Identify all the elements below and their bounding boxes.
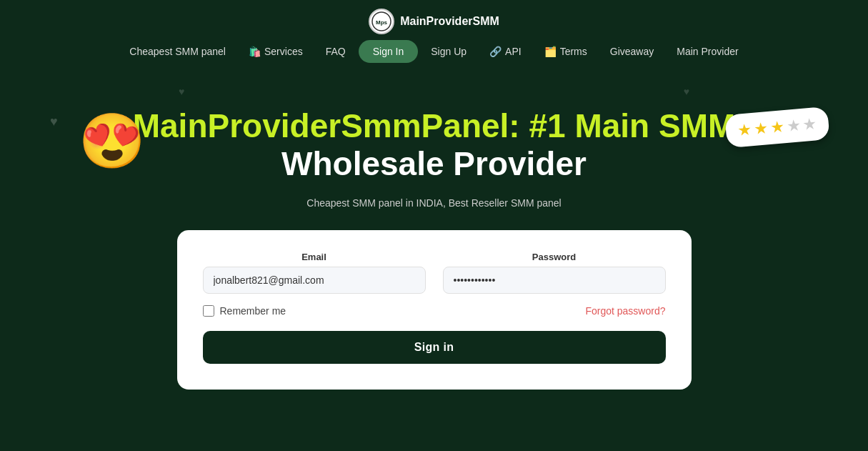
password-input[interactable] [443,267,666,294]
hero-title-white: Wholesale Provider [281,145,587,182]
forgot-password-link[interactable]: Forgot password? [585,305,665,317]
star-2: ★ [753,119,769,139]
signin-button[interactable]: Sign in [203,331,666,364]
nav-cheapest-smm[interactable]: Cheapest SMM panel [119,40,236,63]
deco-heart-1: ♥ [50,114,58,129]
nav-api[interactable]: 🔗 API [479,40,532,63]
nav-signup[interactable]: Sign Up [421,40,477,63]
hero-title-green: MainProviderSmmPanel: #1 Main SMM [133,107,736,144]
deco-heart-3: ♥ [684,86,689,97]
form-fields-row: Email Password [203,252,666,294]
nav-terms[interactable]: 🗂️ Terms [534,40,597,63]
api-icon: 🔗 [489,46,502,57]
login-form-container: Email Password Remember me Forgot passwo… [177,230,692,390]
email-label: Email [203,252,426,262]
star-5: ★ [802,114,818,134]
svg-text:Mps: Mps [376,19,388,26]
logo-area: Mps MainProviderSMM [369,9,499,34]
terms-icon: 🗂️ [544,46,557,57]
form-options: Remember me Forgot password? [203,305,666,317]
password-group: Password [443,252,666,294]
deco-heart-2: ♥ [179,86,184,97]
main-nav: Cheapest SMM panel 🛍️ Services FAQ Sign … [119,40,748,63]
nav-main-provider[interactable]: Main Provider [667,40,748,63]
services-icon: 🛍️ [249,46,261,57]
remember-me-label[interactable]: Remember me [203,305,286,317]
password-label: Password [443,252,666,262]
nav-faq[interactable]: FAQ [316,40,356,63]
remember-me-checkbox[interactable] [203,305,214,317]
header: Mps MainProviderSMM Cheapest SMM panel 🛍… [0,0,868,71]
emoji-decoration: 😍 [79,114,146,168]
hero-section: ♥ ♥ ♥ ♥ 😍 ★ ★ ★ ★ ★ MainProviderSmmPanel… [0,71,868,411]
nav-services[interactable]: 🛍️ Services [239,40,313,63]
star-1: ★ [737,120,752,140]
hero-subtitle: Cheapest SMM panel in INDIA, Best Resell… [14,197,854,209]
email-group: Email [203,252,426,294]
remember-me-text: Remember me [220,305,286,317]
star-3: ★ [769,117,785,137]
logo-icon: Mps [369,9,394,34]
nav-signin[interactable]: Sign In [359,40,419,63]
email-input[interactable] [203,267,426,294]
nav-giveaway[interactable]: Giveaway [600,40,664,63]
logo-text: MainProviderSMM [400,15,499,28]
star-4: ★ [786,116,802,136]
